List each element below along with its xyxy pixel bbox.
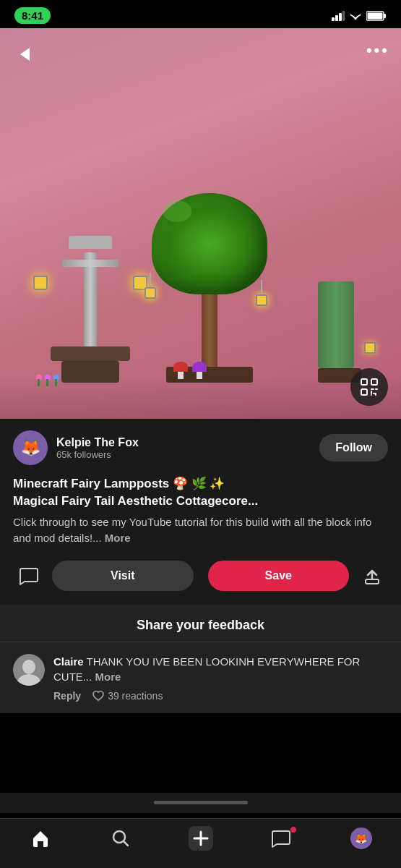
bottom-nav: 🦊 — [0, 818, 401, 868]
author-avatar[interactable]: 🦊 — [13, 430, 48, 465]
svg-rect-1 — [335, 15, 338, 21]
comment-button[interactable] — [13, 560, 45, 592]
commenter-avatar[interactable] — [13, 654, 45, 686]
comment-item: Claire THANK YOU IVE BEEN LOOKINH EVERYW… — [0, 642, 401, 713]
hero-image: ••• — [0, 28, 401, 419]
commenter-avatar-image — [13, 654, 45, 686]
post-title: Minecraft Fairy Lampposts 🍄 🌿 ✨ Magical … — [0, 472, 401, 514]
nav-profile[interactable]: 🦊 — [341, 827, 381, 849]
feedback-header: Share your feedback — [0, 605, 401, 642]
svg-rect-6 — [384, 14, 386, 18]
post-description: Click through to see my YouTube tutorial… — [0, 514, 401, 553]
back-chevron-icon — [20, 48, 30, 61]
follow-button[interactable]: Follow — [319, 434, 388, 461]
svg-rect-3 — [342, 11, 345, 21]
share-icon — [363, 566, 381, 585]
comment-text: Claire THANK YOU IVE BEEN LOOKINH EVERYW… — [53, 654, 388, 684]
status-time: 8:41 — [14, 7, 51, 24]
svg-rect-15 — [38, 841, 43, 847]
lamp-crossbar — [62, 260, 118, 267]
lamp-platform — [51, 346, 130, 361]
profile-avatar: 🦊 — [350, 827, 372, 849]
add-icon — [189, 826, 213, 851]
action-row: Visit Save — [0, 553, 401, 605]
share-button[interactable] — [356, 560, 388, 592]
pillar-lantern — [364, 342, 376, 354]
commenter-name: Claire — [53, 655, 84, 668]
lamp-post-left — [51, 239, 130, 383]
svg-rect-2 — [339, 13, 342, 21]
svg-point-4 — [355, 17, 357, 20]
svg-rect-7 — [368, 12, 383, 19]
mushroom-cap-red — [173, 362, 188, 372]
ground-shadow — [0, 375, 401, 419]
scan-icon — [360, 378, 379, 396]
author-row: 🦊 Kelpie The Fox 65k followers Follow — [0, 419, 401, 472]
mushroom-cap-purple — [192, 362, 207, 372]
feedback-section: Share your feedback Claire THANK YOU IVE… — [0, 605, 401, 713]
battery-icon — [366, 11, 387, 21]
messages-icon — [271, 828, 291, 848]
messages-notification-dot — [290, 827, 296, 833]
search-icon — [111, 828, 131, 848]
tree-canopy — [152, 193, 267, 294]
more-button[interactable]: ••• — [366, 41, 389, 60]
svg-point-13 — [22, 660, 35, 674]
reply-button[interactable]: Reply — [53, 690, 81, 702]
wifi-icon — [349, 11, 362, 21]
home-indicator — [0, 793, 401, 813]
nav-search[interactable] — [100, 828, 140, 848]
svg-rect-11 — [366, 579, 379, 584]
minecraft-scene — [0, 28, 401, 419]
tree-lantern-right — [256, 294, 267, 306]
nav-add[interactable] — [181, 826, 220, 851]
scan-button[interactable] — [350, 368, 388, 406]
tree-trunk — [202, 294, 217, 367]
nav-messages[interactable] — [261, 828, 301, 848]
content-area: 🦊 Kelpie The Fox 65k followers Follow Mi… — [0, 419, 401, 713]
author-info: Kelpie The Fox 65k followers — [56, 436, 311, 460]
lamp-lantern-left — [33, 276, 48, 290]
reactions[interactable]: 39 reactions — [92, 690, 163, 702]
home-icon — [30, 828, 51, 848]
save-button[interactable]: Save — [208, 561, 350, 591]
back-button[interactable] — [12, 41, 38, 67]
tree-lantern-left — [145, 287, 156, 299]
svg-rect-0 — [332, 17, 335, 21]
status-icons — [332, 11, 387, 21]
right-pillar — [318, 281, 361, 383]
author-name: Kelpie The Fox — [56, 436, 311, 449]
nav-home[interactable] — [20, 828, 60, 848]
svg-rect-10 — [361, 389, 367, 395]
visit-button[interactable]: Visit — [52, 561, 194, 591]
more-link[interactable]: More — [105, 532, 131, 544]
comment-content: Claire THANK YOU IVE BEEN LOOKINH EVERYW… — [53, 654, 388, 702]
lamp-cap — [69, 236, 112, 249]
home-bar — [154, 801, 248, 804]
comment-more-link[interactable]: More — [95, 671, 121, 683]
reactions-count: 39 reactions — [108, 690, 163, 702]
pillar-column — [318, 281, 354, 368]
description-text: Click through to see my YouTube tutorial… — [13, 516, 371, 545]
author-followers: 65k followers — [56, 449, 311, 460]
signal-icon — [332, 11, 345, 21]
comment-icon — [19, 566, 39, 586]
status-bar: 8:41 — [0, 0, 401, 28]
lamp-pole — [84, 252, 97, 346]
comment-actions: Reply 39 reactions — [53, 690, 388, 702]
heart-icon — [92, 690, 104, 702]
svg-rect-9 — [371, 379, 377, 385]
center-tree — [152, 193, 267, 383]
svg-rect-8 — [361, 379, 367, 385]
